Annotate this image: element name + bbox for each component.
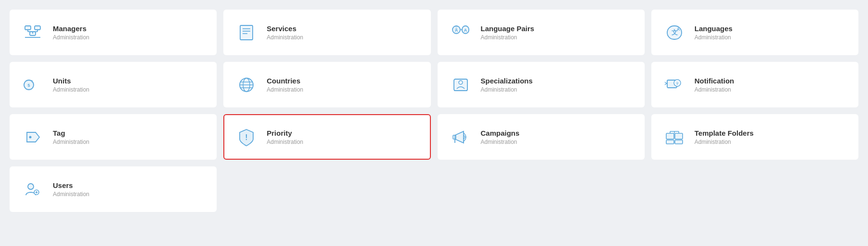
- users-icon: [21, 178, 44, 201]
- svg-rect-8: [240, 25, 253, 40]
- card-language-pairs[interactable]: A 文 A Language PairsAdministration: [438, 10, 645, 55]
- managers-subtitle: Administration: [53, 34, 89, 41]
- card-services[interactable]: ServicesAdministration: [223, 10, 430, 55]
- notification-icon: !: [663, 73, 686, 96]
- campaigns-title: Campaigns: [481, 129, 520, 137]
- empty-slot: [223, 166, 430, 212]
- priority-text: PriorityAdministration: [267, 129, 303, 145]
- language-pairs-icon: A 文 A: [449, 21, 472, 44]
- specializations-icon: [449, 73, 472, 96]
- languages-title: Languages: [695, 24, 733, 33]
- campaigns-icon: [449, 126, 472, 149]
- svg-text:文: 文: [454, 25, 458, 30]
- notification-subtitle: Administration: [695, 86, 734, 93]
- priority-title: Priority: [267, 129, 303, 137]
- card-languages[interactable]: 文 A LanguagesAdministration: [651, 10, 858, 55]
- users-subtitle: Administration: [53, 191, 89, 198]
- card-campaigns[interactable]: CampaignsAdministration: [438, 114, 645, 160]
- priority-subtitle: Administration: [267, 139, 303, 145]
- notification-title: Notification: [695, 77, 734, 85]
- card-users[interactable]: UsersAdministration: [10, 166, 217, 212]
- card-template-folders[interactable]: Template FoldersAdministration: [651, 114, 858, 160]
- svg-point-49: [28, 184, 34, 189]
- svg-rect-41: [666, 133, 674, 139]
- template-folders-title: Template Folders: [695, 129, 754, 137]
- users-text: UsersAdministration: [53, 181, 89, 198]
- template-folders-text: Template FoldersAdministration: [695, 129, 754, 145]
- svg-text:!: !: [676, 82, 678, 86]
- notification-text: NotificationAdministration: [695, 77, 734, 93]
- specializations-text: SpecializationsAdministration: [481, 77, 533, 93]
- svg-text:A: A: [464, 28, 467, 33]
- tag-text: TagAdministration: [53, 129, 89, 145]
- countries-title: Countries: [267, 77, 303, 85]
- campaigns-text: CampaignsAdministration: [481, 129, 520, 145]
- services-title: Services: [267, 24, 303, 33]
- svg-rect-40: [453, 135, 456, 139]
- card-specializations[interactable]: SpecializationsAdministration: [438, 62, 645, 107]
- specializations-subtitle: Administration: [481, 86, 533, 93]
- language-pairs-subtitle: Administration: [481, 34, 535, 41]
- services-subtitle: Administration: [267, 34, 303, 41]
- managers-title: Managers: [53, 24, 89, 33]
- template-folders-subtitle: Administration: [695, 139, 754, 145]
- countries-subtitle: Administration: [267, 86, 303, 93]
- managers-text: ManagersAdministration: [53, 24, 89, 41]
- svg-rect-1: [35, 26, 40, 30]
- svg-point-38: [29, 136, 32, 138]
- specializations-title: Specializations: [481, 77, 533, 85]
- languages-icon: 文 A: [663, 21, 686, 44]
- language-pairs-title: Language Pairs: [481, 24, 535, 33]
- card-managers[interactable]: ManagersAdministration: [10, 10, 217, 55]
- svg-text:1: 1: [31, 80, 33, 83]
- countries-text: CountriesAdministration: [267, 77, 303, 93]
- units-text: UnitsAdministration: [53, 77, 89, 93]
- card-priority[interactable]: ! PriorityAdministration: [223, 114, 430, 160]
- svg-text:5: 5: [27, 83, 30, 88]
- tag-title: Tag: [53, 129, 89, 137]
- units-icon: 5 1: [21, 73, 44, 96]
- card-notification[interactable]: ! NotificationAdministration: [651, 62, 858, 107]
- empty-slot: [438, 166, 645, 212]
- empty-slot: [651, 166, 858, 212]
- services-text: ServicesAdministration: [267, 24, 303, 41]
- managers-icon: [21, 21, 44, 44]
- tag-icon: [21, 126, 44, 149]
- languages-text: LanguagesAdministration: [695, 24, 733, 41]
- tag-subtitle: Administration: [53, 139, 89, 145]
- svg-rect-43: [666, 140, 674, 144]
- svg-rect-42: [675, 133, 683, 139]
- units-subtitle: Administration: [53, 86, 89, 93]
- svg-text:A: A: [677, 27, 680, 32]
- template-folders-icon: [663, 126, 686, 149]
- language-pairs-text: Language PairsAdministration: [481, 24, 535, 41]
- svg-text:!: !: [245, 133, 248, 141]
- svg-rect-44: [675, 140, 683, 144]
- units-title: Units: [53, 77, 89, 85]
- languages-subtitle: Administration: [695, 34, 733, 41]
- svg-rect-0: [25, 26, 31, 30]
- services-icon: [235, 21, 258, 44]
- users-title: Users: [53, 181, 89, 189]
- card-tag[interactable]: TagAdministration: [10, 114, 217, 160]
- countries-icon: [235, 73, 258, 96]
- campaigns-subtitle: Administration: [481, 139, 520, 145]
- priority-icon: !: [235, 126, 258, 149]
- card-countries[interactable]: CountriesAdministration: [223, 62, 430, 107]
- admin-grid: ManagersAdministration ServicesAdministr…: [10, 10, 858, 212]
- card-units[interactable]: 5 1 UnitsAdministration: [10, 62, 217, 107]
